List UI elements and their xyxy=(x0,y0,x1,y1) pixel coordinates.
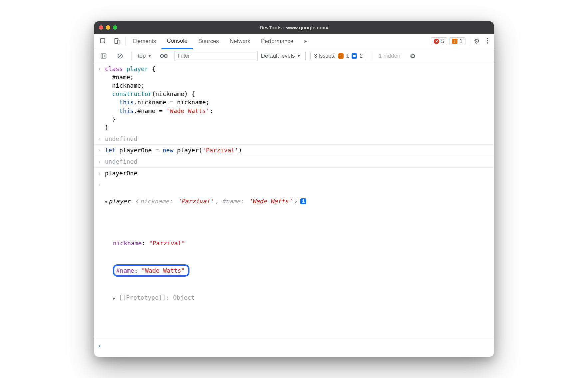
expand-toggle-icon[interactable] xyxy=(113,294,115,301)
tab-sources[interactable]: Sources xyxy=(193,34,224,49)
log-levels-selector[interactable]: Default levels ▼ xyxy=(261,53,301,59)
output-value: undefined xyxy=(105,135,490,143)
svg-point-11 xyxy=(162,55,165,57)
divider xyxy=(371,52,371,60)
tabs-overflow[interactable]: » xyxy=(299,34,312,49)
svg-point-4 xyxy=(487,40,488,41)
console-output: class player { #name; nickname; construc… xyxy=(94,63,494,357)
panel-tabs: Elements Console Sources Network Perform… xyxy=(127,34,313,49)
divider xyxy=(305,52,306,60)
console-settings-gear-icon[interactable]: ⚙ xyxy=(407,52,419,60)
info-icon xyxy=(352,53,357,59)
issues-info-count: 2 xyxy=(360,53,363,59)
svg-line-9 xyxy=(119,54,122,58)
titlebar: DevTools - www.google.com/ xyxy=(94,21,494,34)
divider xyxy=(132,52,132,60)
input-caret-icon xyxy=(98,65,101,72)
console-input-row[interactable]: let playerOne = new player('Parzival') xyxy=(94,145,494,156)
console-output-row: undefined xyxy=(94,133,494,145)
inspect-element-icon[interactable] xyxy=(96,38,110,45)
console-input-row[interactable]: class player { #name; nickname; construc… xyxy=(94,63,494,134)
warning-icon: ! xyxy=(452,39,457,44)
console-output-row: undefined xyxy=(94,156,494,167)
console-output-row: player {nickname: 'Parzival', #name: 'Wa… xyxy=(94,179,494,337)
tab-performance[interactable]: Performance xyxy=(256,34,299,49)
console-prompt[interactable]: › xyxy=(94,337,494,357)
device-toggle-icon[interactable] xyxy=(110,38,124,45)
svg-rect-12 xyxy=(353,55,356,57)
console-toolbar: top ▼ Default levels ▼ 3 Issues: ! 1 2 1… xyxy=(94,49,494,63)
prompt-caret-icon: › xyxy=(98,342,101,349)
clear-console-icon[interactable] xyxy=(114,53,127,59)
svg-point-3 xyxy=(487,38,488,39)
warning-count-badge[interactable]: ! 1 xyxy=(449,37,465,45)
main-tabbar: Elements Console Sources Network Perform… xyxy=(94,34,494,49)
output-caret-icon xyxy=(98,135,101,142)
expand-toggle-icon[interactable] xyxy=(105,197,107,205)
chevron-down-icon: ▼ xyxy=(148,54,152,58)
issues-warn-count: 1 xyxy=(346,53,349,59)
levels-label: Default levels xyxy=(261,53,295,59)
context-selector[interactable]: top ▼ xyxy=(137,53,153,59)
error-count: 5 xyxy=(441,38,444,44)
svg-rect-6 xyxy=(101,54,106,58)
output-caret-icon xyxy=(98,181,101,188)
close-icon[interactable] xyxy=(99,25,103,30)
divider xyxy=(469,37,469,46)
svg-rect-2 xyxy=(118,40,120,44)
tab-network[interactable]: Network xyxy=(224,34,256,49)
object-property[interactable]: nickname: "Parzival" xyxy=(113,239,490,247)
output-value: undefined xyxy=(105,157,490,166)
traffic-lights xyxy=(94,25,117,30)
minimize-icon[interactable] xyxy=(106,25,110,30)
live-expression-icon[interactable] xyxy=(156,52,171,60)
tab-elements[interactable]: Elements xyxy=(127,34,161,49)
warning-icon: ! xyxy=(338,53,344,59)
window-title: DevTools - www.google.com/ xyxy=(94,25,494,30)
error-count-badge[interactable]: ✕ 5 xyxy=(431,37,447,45)
hidden-count[interactable]: 1 hidden xyxy=(376,53,403,59)
chevron-down-icon: ▼ xyxy=(297,54,301,58)
prompt-input[interactable] xyxy=(105,342,490,350)
devtools-window: DevTools - www.google.com/ Elements Cons… xyxy=(94,21,494,357)
warning-count: 1 xyxy=(459,38,462,44)
object-preview[interactable]: player {nickname: 'Parzival', #name: 'Wa… xyxy=(105,180,490,335)
divider xyxy=(126,37,126,46)
console-input-row[interactable]: playerOne xyxy=(94,168,494,179)
output-caret-icon xyxy=(98,158,101,165)
zoom-icon[interactable] xyxy=(113,25,117,30)
code-block: let playerOne = new player('Parzival') xyxy=(105,146,490,154)
issues-label: 3 Issues: xyxy=(314,53,335,59)
object-property-private[interactable]: #name: "Wade Watts" xyxy=(113,264,490,277)
sidebar-toggle-icon[interactable] xyxy=(97,53,110,59)
code-block: playerOne xyxy=(105,169,490,177)
more-menu-icon[interactable] xyxy=(483,37,492,46)
settings-gear-icon[interactable]: ⚙ xyxy=(470,37,483,45)
issues-button[interactable]: 3 Issues: ! 1 2 xyxy=(310,52,366,60)
tab-console[interactable]: Console xyxy=(161,34,193,49)
input-caret-icon xyxy=(98,170,101,177)
object-prototype[interactable]: [[Prototype]]: Object xyxy=(113,293,490,302)
code-block: class player { #name; nickname; construc… xyxy=(105,65,490,132)
context-label: top xyxy=(138,53,146,59)
filter-input[interactable] xyxy=(174,51,258,61)
info-icon[interactable]: i xyxy=(300,198,306,204)
error-icon: ✕ xyxy=(434,39,439,44)
svg-point-5 xyxy=(487,42,488,44)
input-caret-icon xyxy=(98,147,101,154)
